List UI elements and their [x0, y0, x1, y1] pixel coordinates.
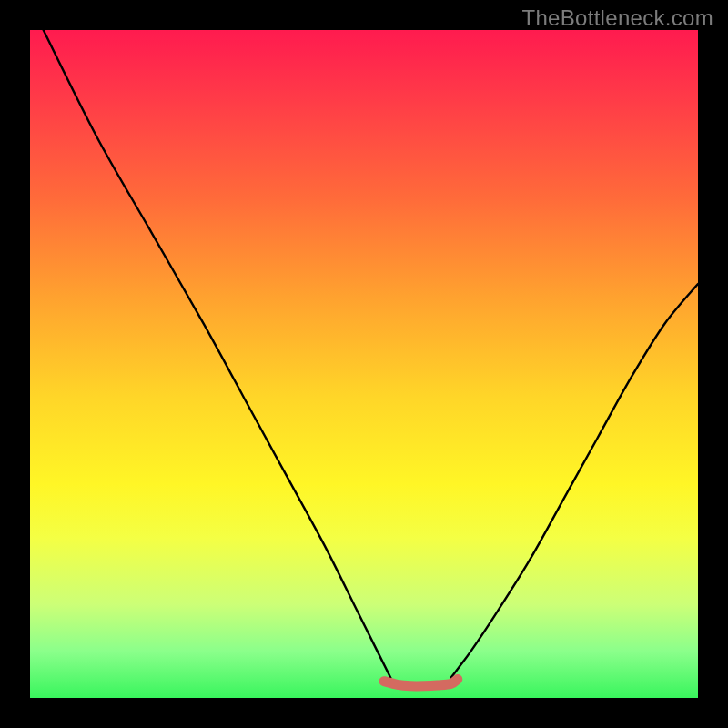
chart-frame: TheBottleneck.com	[0, 0, 728, 728]
chart-svg	[30, 30, 698, 698]
watermark-text: TheBottleneck.com	[521, 5, 713, 31]
left-curve-path	[44, 30, 391, 678]
right-curve-path	[450, 284, 698, 678]
plot-area	[30, 30, 698, 698]
flat-bottom-band	[384, 679, 458, 685]
